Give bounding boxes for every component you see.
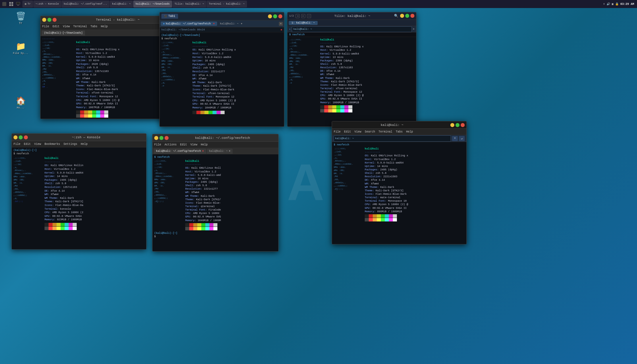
konsole-menu-settings[interactable]: Settings <box>63 143 77 146</box>
tilix-addr-right[interactable]: ≡ <box>413 28 414 31</box>
konsole-maximize[interactable]: □ <box>19 135 23 139</box>
tab-downloads[interactable]: (kali@kali)-[~/Downloads] <box>42 30 85 36</box>
tr-menu-edit[interactable]: Edit <box>344 130 351 133</box>
terminal-right-controls: − □ × <box>450 123 465 127</box>
filesystem-label: File Sy... <box>13 52 28 55</box>
terminal-right-title: kali@kali: ~ <box>334 123 450 127</box>
taskbar-right: ⬆ 🔊 ▣ 🔒 03:29 AM <box>603 2 636 6</box>
tilix-scroll-btn[interactable]: ≡ <box>279 22 283 26</box>
tilix-tab1[interactable]: ⬛ Tab1 <box>161 14 178 19</box>
tilix-downloads-body: (kali@kali)-[~/Downloads] $ neofetch .;;… <box>160 32 284 126</box>
nf-menu-help[interactable]: Help <box>201 143 208 146</box>
taskbar-app-kali-home[interactable]: kali@kali: ~ <box>110 1 133 7</box>
window-maximize[interactable]: □ <box>47 18 51 22</box>
terminal-right-menubar: File Edit View Search Terminal Tabs Help <box>332 129 466 135</box>
tilix-inner-tab-home[interactable]: kali@kali: ~ ● <box>218 22 245 26</box>
tilix-outer-bar: ⬛ Tab1 − □ × <box>160 12 284 20</box>
desktop: KALI Tr ~:zsh — Konsole kali@kali <box>0 0 637 364</box>
network-icon: ⬆ <box>603 2 605 6</box>
lock-icon: 🔒 <box>615 2 619 6</box>
taskbar-app-icon-2[interactable] <box>8 1 14 7</box>
tilix-main-min[interactable]: − <box>400 14 404 18</box>
konsole-menu-help[interactable]: Help <box>81 143 88 146</box>
tilix-main-close[interactable]: × <box>410 14 414 18</box>
taskbar-app-icon-1[interactable] <box>1 1 7 7</box>
tilix-outer-min[interactable]: − <box>268 14 272 18</box>
tilix-outer-close[interactable]: × <box>278 14 282 18</box>
taskbar-app-downloads[interactable]: kali@kali: ~/Downloads <box>133 1 172 7</box>
tilix-nav-prev[interactable]: ◁ <box>296 14 300 18</box>
taskbar-time: 03:29 AM <box>620 3 634 6</box>
neofetch-config-body: $ neofetch .;;;;ccc, .;lxO. .,;ld; ,x, .… <box>153 154 278 251</box>
terminal-right-addr[interactable]: kali@kali: ~ <box>334 135 451 142</box>
terminal-right-addrbar: kali@kali: ~ × ↵ <box>332 135 466 142</box>
nf-tab-neofetch[interactable]: kali@kali: ~/.config/neofetch ● <box>154 149 206 154</box>
taskbar-app-terminal[interactable]: Terminal - kali@kali: ~ <box>206 1 247 7</box>
svg-rect-0 <box>2 2 6 6</box>
window-close[interactable]: × <box>53 18 57 22</box>
nf-close[interactable]: × <box>165 136 169 140</box>
tr-menu-terminal[interactable]: Terminal <box>379 130 392 133</box>
tr-addr-close[interactable]: × <box>452 136 458 141</box>
konsole-menu-view[interactable]: View <box>34 143 41 146</box>
tilix-main-max[interactable]: □ <box>405 14 409 18</box>
taskbar-app-konsole[interactable]: ~:zsh — Konsole <box>33 1 61 7</box>
taskbar-app-tilix[interactable]: Tilix: kali@kali: ~ <box>172 1 206 7</box>
tr-max[interactable]: □ <box>455 123 460 127</box>
konsole-menu-bookmarks[interactable]: Bookmarks <box>45 143 60 146</box>
konsole-minimize[interactable]: − <box>13 135 18 139</box>
konsole-close[interactable]: × <box>24 135 28 139</box>
neofetch-config-controls: − □ × <box>154 136 169 140</box>
nf-menu-view[interactable]: View <box>190 143 197 146</box>
tilix-main-tabs: 1: kali@kali: ~ <box>287 20 416 26</box>
menu-file[interactable]: File <box>42 25 49 28</box>
tilix-main-tab-1[interactable]: 1: kali@kali: ~ <box>289 21 318 25</box>
nf-menu-edit[interactable]: Edit <box>180 143 187 146</box>
terminal-right-window: kali@kali: ~ − □ × File Edit View Search… <box>332 121 467 244</box>
taskbar-app-icon-3[interactable] <box>15 1 21 7</box>
neofetch-config-window: − □ × kali@kali: ~/.config/neofetch File… <box>152 134 279 252</box>
tilix-inner-tab-neofetch[interactable]: kali@kali: ~/.config/neofetch ● <box>161 22 217 26</box>
terminal-right-body: $ neofetch .;;;;ccc, .;lxO. .,;ld; ,x, .… <box>332 142 466 244</box>
menu-help[interactable]: Help <box>101 25 108 28</box>
nf-menu-file[interactable]: File <box>154 143 161 146</box>
tilix-outer-max[interactable]: □ <box>273 14 277 18</box>
nf-tab-home[interactable]: kali@kali: ~ ● <box>207 149 233 154</box>
desktop-home-icon[interactable]: 🏠 Ho... <box>12 96 29 109</box>
menu-terminal[interactable]: Terminal <box>73 25 87 28</box>
neofetch-config-menubar: File Actions Edit View Help <box>153 142 278 148</box>
konsole-body: (kali@kali)-[~] $ neofetch .;;;;ccc, .;l… <box>12 147 146 249</box>
konsole-menu-file[interactable]: File <box>13 143 20 146</box>
menu-view[interactable]: View <box>63 25 70 28</box>
taskbar-app-neofetch-config[interactable]: kali@kali: ~/.config/neof... <box>61 1 109 7</box>
menu-edit[interactable]: Edit <box>53 25 59 28</box>
tilix-nav-split[interactable]: ⬚ <box>307 14 311 18</box>
tr-addr-confirm[interactable]: ↵ <box>459 136 465 141</box>
taskbar-app-tr[interactable]: Tr <box>22 1 33 7</box>
konsole-menu-edit[interactable]: Edit <box>24 143 31 146</box>
nf-minimize[interactable]: − <box>154 136 158 140</box>
tilix-close-inner[interactable]: ● <box>280 28 282 32</box>
desktop-trash-icon[interactable]: 🗑️ Tr <box>12 11 29 25</box>
konsole-window: − □ × ~:zsh — Konsole File Edit View Boo… <box>11 133 146 250</box>
tr-menu-tabs[interactable]: Tabs <box>396 130 403 133</box>
tr-menu-view[interactable]: View <box>354 130 361 133</box>
taskbar-apps: Tr ~:zsh — Konsole kali@kali: ~/.config/… <box>22 1 247 7</box>
tilix-main-addrbar: ▸ kali@kali: ~ ≡ <box>287 26 416 32</box>
tr-menu-search[interactable]: Search <box>365 130 375 133</box>
tr-close[interactable]: × <box>461 123 465 127</box>
tr-min[interactable]: − <box>450 123 454 127</box>
tilix-nav-next[interactable]: ▷ <box>301 14 305 18</box>
nf-menu-actions[interactable]: Actions <box>165 143 177 146</box>
tilix-main-header: 1/2 ◁ ▷ ⬚ Tilix: kali@kali: ~ 🔍 − □ × <box>287 12 416 20</box>
nf-maximize[interactable]: □ <box>159 136 163 140</box>
tr-menu-file[interactable]: File <box>334 130 341 133</box>
menu-tabs[interactable]: Tabs <box>90 25 97 28</box>
home-icon: 🏠 <box>16 96 26 106</box>
tr-menu-help[interactable]: Help <box>406 130 413 133</box>
tilix-content-title: kali@kali: ~/Downloads 80x24 ● <box>160 27 284 32</box>
window-minimize[interactable]: − <box>42 18 46 22</box>
tilix-main-addr[interactable]: kali@kali: ~ <box>292 26 412 32</box>
desktop-filesystem-icon[interactable]: 📁 File Sy... <box>12 42 29 55</box>
tilix-main-search[interactable]: 🔍 <box>393 14 399 18</box>
